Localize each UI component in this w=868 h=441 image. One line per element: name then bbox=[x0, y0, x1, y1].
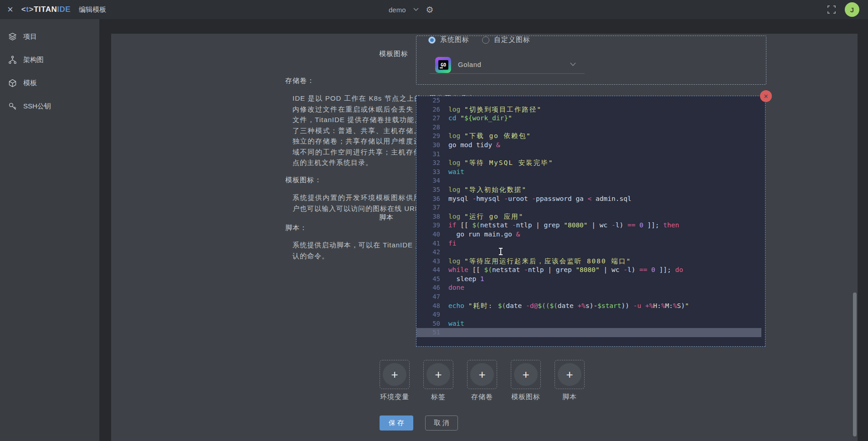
line-number: 49 bbox=[416, 310, 440, 319]
script-editor[interactable]: 2526log "切换到项目工作路径"27cd "${work_dir}"282… bbox=[416, 96, 765, 347]
add-button-square[interactable]: + bbox=[555, 360, 585, 389]
line-content: sleep 1 bbox=[448, 275, 484, 284]
doc-heading-storage: 存储卷： bbox=[285, 77, 314, 85]
line-content: cd "${work_dir}" bbox=[448, 114, 512, 123]
add-button-square[interactable]: + bbox=[380, 360, 410, 389]
code-line-46[interactable]: 46done bbox=[416, 283, 765, 292]
remove-script-button[interactable]: ✕ bbox=[760, 90, 772, 102]
sidebar-item-architecture[interactable]: 架构图 bbox=[0, 48, 99, 72]
radio-system-icon[interactable]: 系统图标 bbox=[428, 36, 469, 44]
code-line-27[interactable]: 27cd "${work_dir}" bbox=[416, 114, 765, 123]
add-button-label: 脚本 bbox=[562, 393, 577, 401]
code-line-33[interactable]: 33wait bbox=[416, 168, 765, 177]
add-storage-volume-button[interactable]: +存储卷 bbox=[467, 360, 497, 389]
go-logo-text: GO bbox=[438, 60, 448, 70]
topbar-right: J bbox=[827, 0, 859, 19]
cancel-button[interactable]: 取 消 bbox=[425, 415, 458, 431]
code-line-39[interactable]: 39if [[ $(netstat -ntlp | grep "8080" | … bbox=[416, 221, 765, 230]
code-line-50[interactable]: 50wait bbox=[416, 319, 765, 328]
line-number: 35 bbox=[416, 185, 440, 195]
add-script-button[interactable]: +脚本 bbox=[555, 360, 585, 389]
plus-icon: + bbox=[470, 363, 494, 386]
line-content: log "等待 MySQL 安装完毕" bbox=[448, 159, 554, 168]
code-line-28[interactable]: 28 bbox=[416, 123, 765, 132]
add-button-square[interactable]: + bbox=[467, 360, 497, 389]
radio-custom-label: 自定义图标 bbox=[494, 36, 530, 44]
select-underline bbox=[430, 73, 585, 74]
logo-bracket-left: < bbox=[21, 5, 26, 14]
icon-select-value[interactable]: Goland bbox=[458, 61, 481, 68]
code-line-25[interactable]: 25 bbox=[416, 96, 765, 105]
key-icon bbox=[8, 102, 17, 111]
plus-icon: + bbox=[426, 363, 450, 386]
add-button-square[interactable]: + bbox=[423, 360, 453, 389]
line-number: 33 bbox=[416, 168, 440, 177]
line-number: 30 bbox=[416, 141, 440, 150]
add-button-label: 存储卷 bbox=[471, 393, 493, 401]
line-number: 25 bbox=[416, 96, 440, 105]
sidebar-item-label: SSH公钥 bbox=[23, 102, 51, 111]
avatar[interactable]: J bbox=[845, 2, 859, 17]
code-line-37[interactable]: 37 bbox=[416, 203, 765, 212]
sidebar-item-templates[interactable]: 模板 bbox=[0, 72, 99, 95]
line-content: wait bbox=[448, 319, 464, 328]
line-number: 37 bbox=[416, 203, 440, 212]
code-line-38[interactable]: 38log "运行 go 应用" bbox=[416, 212, 765, 221]
add-template-icon-button[interactable]: +模板图标 bbox=[511, 360, 541, 389]
topbar: × <t>TITANIDE 编辑模板 demo ⚙ J bbox=[0, 0, 868, 19]
code-line-40[interactable]: 40 go run main.go & bbox=[416, 230, 765, 239]
line-content: log "导入初始化数据" bbox=[448, 185, 527, 195]
code-line-29[interactable]: 29log "下载 go 依赖包" bbox=[416, 132, 765, 141]
code-line-26[interactable]: 26log "切换到项目工作路径" bbox=[416, 105, 765, 114]
code-line-43[interactable]: 43log "等待应用运行起来后，应该会监听 8080 端口" bbox=[416, 257, 765, 266]
add-env-vars-button[interactable]: +环境变量 bbox=[380, 360, 410, 389]
layers-icon bbox=[8, 32, 17, 41]
code-line-41[interactable]: 41fi bbox=[416, 239, 765, 248]
line-number: 46 bbox=[416, 283, 440, 292]
line-content: go run main.go & bbox=[448, 230, 520, 239]
code-line-47[interactable]: 47 bbox=[416, 292, 765, 302]
line-number: 40 bbox=[416, 230, 440, 239]
code-line-34[interactable]: 34 bbox=[416, 176, 765, 185]
plus-icon: + bbox=[558, 363, 581, 386]
code-line-31[interactable]: 31 bbox=[416, 150, 765, 159]
script-label: 脚本 bbox=[379, 213, 394, 222]
fullscreen-icon[interactable] bbox=[827, 5, 836, 14]
line-number: 31 bbox=[416, 150, 440, 159]
plus-icon: + bbox=[514, 363, 538, 386]
code-line-48[interactable]: 48echo "耗时: $(date -d@$(($(date +%s)-$st… bbox=[416, 302, 765, 311]
code-line-45[interactable]: 45 sleep 1 bbox=[416, 275, 765, 284]
radio-custom-icon[interactable]: 自定义图标 bbox=[482, 36, 530, 44]
line-content: if [[ $(netstat -ntlp | grep "8080" | wc… bbox=[448, 221, 679, 230]
code-line-36[interactable]: 36mysql -hmysql -uroot -ppassword ga < a… bbox=[416, 195, 765, 204]
chevron-down-icon[interactable] bbox=[413, 8, 419, 11]
code-line-42[interactable]: 42 bbox=[416, 248, 765, 257]
code-line-32[interactable]: 32log "等待 MySQL 安装完毕" bbox=[416, 159, 765, 168]
code-lines: 2526log "切换到项目工作路径"27cd "${work_dir}"282… bbox=[416, 96, 765, 337]
line-number: 48 bbox=[416, 302, 440, 311]
code-line-49[interactable]: 49 bbox=[416, 310, 765, 319]
code-line-51[interactable]: 51 bbox=[416, 328, 761, 337]
vertical-scrollbar-thumb[interactable] bbox=[853, 292, 857, 436]
line-number: 34 bbox=[416, 176, 440, 185]
sidebar-item-label: 项目 bbox=[23, 32, 37, 41]
line-number: 26 bbox=[416, 105, 440, 114]
line-number: 44 bbox=[416, 266, 440, 275]
gear-icon[interactable]: ⚙ bbox=[426, 5, 434, 14]
env-area: demo ⚙ bbox=[389, 0, 434, 19]
env-select[interactable]: demo bbox=[389, 6, 406, 14]
add-button-square[interactable]: + bbox=[511, 360, 541, 389]
save-button[interactable]: 保 存 bbox=[380, 415, 413, 431]
code-line-44[interactable]: 44while [[ $(netstat -ntlp | grep "8080"… bbox=[416, 266, 765, 275]
close-icon[interactable]: × bbox=[7, 5, 13, 15]
sidebar-item-projects[interactable]: 项目 bbox=[0, 25, 99, 48]
code-line-35[interactable]: 35log "导入初始化数据" bbox=[416, 185, 765, 195]
line-content: go mod tidy & bbox=[448, 141, 500, 150]
line-number: 47 bbox=[416, 292, 440, 302]
doc-heading-icon: 模板图标： bbox=[285, 176, 322, 185]
sidebar-item-ssh-keys[interactable]: SSH公钥 bbox=[0, 95, 99, 118]
code-line-30[interactable]: 30go mod tidy & bbox=[416, 141, 765, 150]
add-tags-button[interactable]: +标签 bbox=[423, 360, 453, 389]
select-chevron-down-icon[interactable] bbox=[570, 62, 576, 67]
line-content: echo "耗时: $(date -d@$(($(date +%s)-$star… bbox=[448, 302, 689, 311]
